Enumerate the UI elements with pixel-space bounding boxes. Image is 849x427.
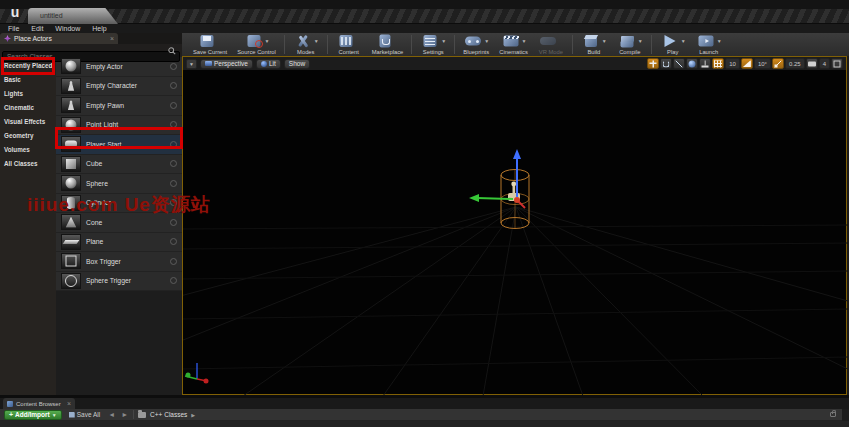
toolbar-button-modes[interactable]: ▼ Modes [288,35,324,55]
window-tab[interactable]: untitled [28,8,118,24]
folder-icon [138,412,146,418]
plane-icon [61,234,81,250]
close-icon[interactable]: × [110,35,114,42]
actor-item-list: Empty Actor Empty Character Empty Pawn [56,57,182,398]
rotate-icon [663,60,670,67]
toolbar-button-launch[interactable]: ▼ Launch [691,35,727,55]
viewport-canvas[interactable] [183,57,848,396]
sphere-icon [61,175,81,191]
perspective-button[interactable]: Perspective [200,59,253,69]
move-tool-button[interactable] [647,58,659,69]
place-actors-tab[interactable]: Place Actors × [0,33,118,44]
lock-icon[interactable] [830,412,836,417]
dropdown-caret-icon: ▼ [52,412,57,418]
play-icon [660,35,680,48]
place-actors-header: Place Actors × [0,33,182,44]
breadcrumb-caret-icon[interactable]: ▶ [191,412,195,418]
toolbar-button-blueprints[interactable]: ▼ Blueprints [458,35,494,55]
source-control-icon [244,35,264,48]
content-browser-tab[interactable]: Content Browser × [3,398,75,409]
dropdown-caret-icon: ▼ [314,38,319,44]
save-all-button[interactable]: Save All [66,410,104,420]
box-trigger-icon [61,253,81,269]
viewport-options-dropdown[interactable]: ▼ [186,59,197,69]
world-local-toggle[interactable] [686,58,698,69]
category-visual-effects[interactable]: Visual Effects [0,115,56,129]
menu-file[interactable]: File [8,25,19,32]
toolbar-separator [651,35,652,54]
maximize-icon [834,60,841,67]
grid-snap-toggle[interactable] [712,58,724,69]
close-icon[interactable]: × [67,400,71,407]
annotation-box-player-start [55,127,183,149]
level-viewport[interactable]: ▼ Perspective Lit Show 10 10° 0.25 4 [182,56,847,395]
scale-snap-value[interactable]: 0.25 [785,58,805,69]
cube-icon [61,156,81,172]
lit-icon [261,61,267,67]
drag-indicator-icon [170,277,177,284]
camera-speed-button[interactable] [806,58,818,69]
surface-snapping-button[interactable] [699,58,711,69]
rotate-tool-button[interactable] [660,58,672,69]
scale-snap-icon [774,60,781,67]
camera-speed-value[interactable]: 4 [819,58,830,69]
show-button[interactable]: Show [284,59,310,69]
toolbar-button-play[interactable]: ▼ Play [655,35,691,55]
content-browser-actionbar: + Add/Import ▼ Save All ◄ ► C++ Classes … [0,409,842,421]
maximize-viewport-button[interactable] [831,58,843,69]
breadcrumb-path[interactable]: C++ Classes [150,411,187,418]
toolbar-button-source-control[interactable]: ▼ Source Control [232,35,281,55]
category-lights[interactable]: Lights [0,87,56,101]
lit-mode-button[interactable]: Lit [256,59,281,69]
actor-item-sphere[interactable]: Sphere [56,174,182,194]
menu-help[interactable]: Help [92,25,106,32]
menu-window[interactable]: Window [55,25,80,32]
watermark-text: iiiue.com Ue资源站 [27,192,211,218]
scale-snap-toggle[interactable] [772,58,784,69]
category-basic[interactable]: Basic [0,73,56,87]
surface-snap-icon [702,60,709,67]
toolbar-button-build[interactable]: ▼ Build [576,35,612,55]
annotation-box-basic [1,57,55,75]
actor-item-empty-character[interactable]: Empty Character [56,77,182,97]
category-cinematic[interactable]: Cinematic [0,101,56,115]
category-volumes[interactable]: Volumes [0,143,56,157]
grid-snap-value[interactable]: 10 [725,58,740,69]
toolbar-button-content[interactable]: ▼ Content [331,35,367,55]
rotation-snap-value[interactable]: 10° [754,58,771,69]
toolbar-button-vr-mode[interactable]: ▼ VR Mode [533,35,569,55]
forward-button[interactable]: ► [120,411,129,418]
drag-indicator-icon [170,102,177,109]
dropdown-caret-icon: ▼ [522,38,527,44]
drag-indicator-icon [170,180,177,187]
toolbar-button-cinematics[interactable]: ▼ Cinematics [494,35,533,55]
toolbar-separator [284,35,285,54]
character-icon [61,78,81,94]
content-icon [336,35,356,48]
actor-item-empty-pawn[interactable]: Empty Pawn [56,96,182,116]
toolbar-button-compile[interactable]: ▼ Compile [612,35,648,55]
toolbar-button-save-current[interactable]: ▼ Save Current [188,35,232,55]
actor-item-sphere-trigger[interactable]: Sphere Trigger [56,272,182,292]
category-geometry[interactable]: Geometry [0,129,56,143]
category-all-classes[interactable]: All Classes [0,157,56,171]
toolbar-separator [327,35,328,54]
transform-gizmo [469,149,525,208]
back-button[interactable]: ◄ [107,411,116,418]
actor-item-box-trigger[interactable]: Box Trigger [56,252,182,272]
actor-item-plane[interactable]: Plane [56,233,182,253]
menu-edit[interactable]: Edit [31,25,43,32]
rotation-snap-toggle[interactable] [741,58,753,69]
scale-tool-button[interactable] [673,58,685,69]
toolbar-button-marketplace[interactable]: ▼ Marketplace [367,35,409,55]
viewport-transform-toolbar: 10 10° 0.25 4 [647,58,843,69]
actor-item-cube[interactable]: Cube [56,155,182,175]
add-import-button[interactable]: + Add/Import ▼ [4,410,62,420]
drag-indicator-icon [170,258,177,265]
category-list: Recently PlacedBasicLightsCinematicVisua… [0,57,56,398]
toolbar-separator [454,35,455,54]
main-toolbar: ▼ Save Current ▼ Source Control ▼ Modes … [182,33,849,56]
dropdown-caret-icon: ▼ [441,38,446,44]
toolbar-button-settings[interactable]: ▼ Settings [415,35,451,55]
dropdown-caret-icon: ▼ [638,38,643,44]
